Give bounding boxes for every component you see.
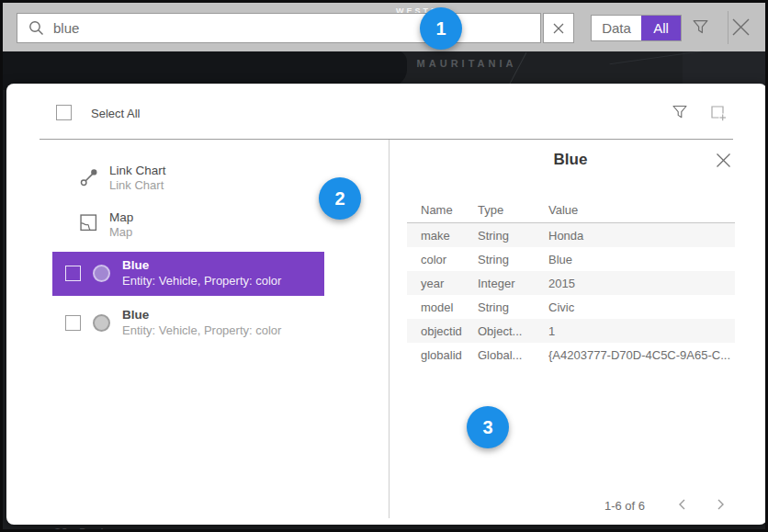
cell-type: String [478, 229, 548, 243]
table-row: year Integer 2015 [407, 271, 735, 295]
column-header: Type [478, 203, 548, 217]
cell-type: String [478, 253, 548, 266]
pagination-prev-button[interactable] [674, 497, 691, 514]
close-search-button[interactable] [730, 17, 751, 38]
result-title: Link Chart [109, 164, 166, 177]
filter-button[interactable] [690, 17, 710, 38]
cell-value: {A4203777-D70D-4C5C-9A65-C... [548, 348, 735, 362]
result-item-blue-selected[interactable]: Blue Entity: Vehicle, Property: color [52, 252, 324, 296]
entity-icon [93, 314, 110, 332]
search-results-panel: Select All Link Chart [6, 84, 767, 525]
cell-name: color [407, 253, 478, 266]
detail-close-button[interactable] [714, 153, 732, 171]
table-row: globalid Global... {A4203777-D70D-4C5C-9… [407, 343, 735, 367]
add-selection-icon [708, 103, 728, 123]
pagination-next-button[interactable] [712, 497, 728, 514]
cell-value: 2015 [548, 277, 735, 290]
callout-badge-3: 3 [467, 406, 509, 448]
callout-badge-2: 2 [319, 177, 361, 220]
pagination-label: 1-6 of 6 [558, 499, 645, 513]
result-title: Blue [122, 308, 149, 322]
list-detail-divider [389, 140, 390, 518]
clear-icon [553, 23, 564, 34]
cell-name: globalid [407, 348, 478, 362]
table-header: Name Type Value [407, 198, 735, 223]
close-icon [731, 17, 751, 37]
result-item-map[interactable]: Map Map [52, 210, 328, 243]
cell-value: 1 [548, 324, 735, 338]
chevron-right-icon [715, 498, 726, 511]
link-chart-icon [80, 167, 99, 190]
result-subtitle: Link Chart [109, 178, 164, 192]
cell-type: String [478, 300, 548, 314]
app-window: MAURITANIA São Paulo WESTER Data All [0, 0, 768, 532]
select-all-label: Select All [91, 107, 140, 120]
column-header: Name [407, 203, 478, 217]
cell-name: objectid [407, 324, 478, 338]
search-toolbar: WESTER Data All [3, 3, 765, 51]
scope-all-button[interactable]: All [641, 16, 681, 40]
add-to-selection-button[interactable] [708, 103, 728, 123]
map-icon [80, 214, 97, 235]
result-subtitle: Map [109, 225, 132, 239]
search-input[interactable] [53, 20, 540, 36]
table-row: color String Blue [407, 247, 735, 271]
cell-name: year [407, 277, 478, 290]
scope-toggle: Data All [591, 15, 682, 41]
result-checkbox[interactable] [65, 315, 81, 331]
cell-type: Global... [478, 348, 548, 362]
close-icon [716, 153, 731, 168]
result-item-link-chart[interactable]: Link Chart Link Chart [52, 164, 328, 197]
cell-value: Blue [548, 253, 735, 266]
table-row: make String Honda [407, 223, 735, 247]
toolbar-divider [728, 11, 728, 44]
cell-type: Integer [478, 277, 548, 290]
table-row: objectid Object... 1 [407, 319, 735, 343]
detail-title: Blue [407, 151, 734, 169]
cell-value: Civic [548, 300, 735, 314]
chevron-left-icon [677, 498, 688, 511]
cell-value: Honda [548, 229, 735, 243]
result-subtitle: Entity: Vehicle, Property: color [122, 274, 281, 288]
header-divider [40, 139, 733, 140]
column-header: Value [548, 203, 735, 217]
results-filter-button[interactable] [670, 103, 690, 123]
map-label-bottom-partial: São Paulo [54, 526, 111, 532]
map-label-mauritania: MAURITANIA [389, 58, 545, 69]
cell-name: model [407, 300, 478, 314]
filter-icon [671, 103, 689, 121]
callout-badge-1: 1 [420, 7, 462, 50]
result-checkbox[interactable] [65, 266, 81, 281]
table-row: model String Civic [407, 295, 735, 319]
select-all-checkbox[interactable] [56, 105, 72, 120]
result-title: Blue [122, 258, 149, 272]
filter-icon [691, 17, 710, 37]
search-icon [28, 20, 44, 36]
result-subtitle: Entity: Vehicle, Property: color [122, 323, 281, 337]
cell-name: make [407, 229, 478, 243]
attributes-table: Name Type Value make String Honda color … [407, 198, 735, 367]
scope-data-button[interactable]: Data [592, 16, 641, 40]
search-field[interactable] [17, 13, 541, 43]
result-title: Map [109, 210, 133, 224]
clear-search-button[interactable] [543, 13, 574, 43]
cell-type: Object... [478, 324, 548, 338]
result-item-blue[interactable]: Blue Entity: Vehicle, Property: color [52, 301, 324, 345]
entity-icon [93, 265, 110, 282]
